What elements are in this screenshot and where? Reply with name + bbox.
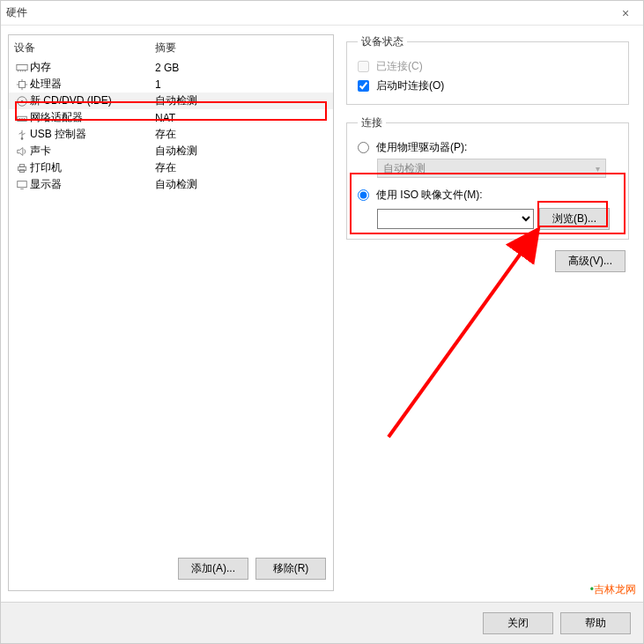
- window-title: 硬件: [6, 5, 27, 20]
- svg-rect-18: [19, 164, 24, 167]
- col-header-device: 设备: [14, 41, 155, 56]
- device-row[interactable]: 显示器自动检测: [9, 176, 333, 193]
- device-row[interactable]: USB 控制器存在: [9, 126, 333, 143]
- network-icon: [14, 112, 30, 124]
- device-row[interactable]: 网络适配器NAT: [9, 109, 333, 126]
- device-summary: 2 GB: [155, 62, 328, 74]
- device-name: 声卡: [30, 144, 155, 159]
- device-row[interactable]: 内存2 GB: [9, 59, 333, 76]
- connected-checkbox: [358, 61, 369, 72]
- device-name: 网络适配器: [30, 110, 155, 125]
- use-physical-radio[interactable]: [358, 142, 369, 153]
- device-name: 新 CD/DVD (IDE): [30, 93, 155, 108]
- device-summary: 存在: [155, 160, 328, 175]
- browse-button[interactable]: 浏览(B)...: [539, 208, 610, 230]
- connection-group: 连接 使用物理驱动器(P): 自动检测 使用 ISO 映像文件(M): 浏览(B…: [346, 115, 629, 240]
- connected-checkbox-row[interactable]: 已连接(C): [358, 56, 618, 76]
- device-summary: 自动检测: [155, 177, 328, 192]
- svg-rect-20: [18, 181, 27, 187]
- device-summary: 1: [155, 78, 328, 91]
- svg-point-14: [21, 118, 23, 120]
- device-row[interactable]: 处理器1: [9, 76, 333, 93]
- device-name: 处理器: [30, 77, 155, 92]
- disc-icon: [14, 95, 30, 107]
- svg-rect-0: [17, 64, 27, 70]
- device-row[interactable]: 打印机存在: [9, 159, 333, 176]
- device-summary: 自动检测: [155, 144, 328, 159]
- physical-drive-combo: 自动检测: [377, 159, 606, 178]
- svg-point-11: [21, 100, 24, 102]
- use-iso-radio-row[interactable]: 使用 ISO 映像文件(M):: [358, 185, 618, 204]
- iso-path-combo[interactable]: [377, 209, 534, 229]
- device-row[interactable]: 新 CD/DVD (IDE)自动检测: [9, 93, 333, 109]
- col-header-summary: 摘要: [155, 41, 328, 56]
- device-summary: 存在: [155, 127, 328, 142]
- help-button[interactable]: 帮助: [560, 612, 631, 634]
- remove-button[interactable]: 移除(R): [255, 558, 326, 580]
- add-button[interactable]: 添加(A)...: [178, 558, 248, 580]
- connect-on-power-label: 启动时连接(O): [376, 78, 444, 93]
- printer-icon: [14, 162, 30, 174]
- use-iso-radio[interactable]: [358, 189, 369, 201]
- device-name: 显示器: [30, 177, 155, 192]
- use-physical-label: 使用物理驱动器(P):: [376, 140, 467, 155]
- title-bar: 硬件 ×: [1, 1, 643, 26]
- column-headers: 设备 摘要: [9, 35, 333, 59]
- svg-point-16: [21, 137, 24, 140]
- connect-on-power-checkbox[interactable]: [358, 80, 369, 92]
- display-icon: [14, 179, 30, 191]
- svg-rect-5: [19, 81, 26, 87]
- use-physical-radio-row[interactable]: 使用物理驱动器(P):: [358, 137, 618, 157]
- dialog-footer: 关闭 帮助: [1, 602, 643, 643]
- device-summary: NAT: [155, 112, 328, 124]
- advanced-button[interactable]: 高级(V)...: [555, 250, 625, 272]
- device-summary: 自动检测: [155, 93, 328, 108]
- device-list[interactable]: 内存2 GB处理器1新 CD/DVD (IDE)自动检测网络适配器NATUSB …: [9, 59, 333, 549]
- device-name: 打印机: [30, 160, 155, 175]
- usb-icon: [14, 129, 30, 141]
- cpu-icon: [14, 78, 30, 91]
- device-name: USB 控制器: [30, 127, 155, 142]
- sound-icon: [14, 145, 30, 158]
- svg-point-13: [19, 118, 21, 120]
- connect-on-power-row[interactable]: 启动时连接(O): [358, 76, 618, 95]
- device-name: 内存: [30, 60, 155, 75]
- close-button[interactable]: 关闭: [483, 612, 553, 634]
- connection-legend: 连接: [358, 115, 386, 130]
- device-list-panel: 设备 摘要 内存2 GB处理器1新 CD/DVD (IDE)自动检测网络适配器N…: [8, 34, 334, 591]
- memory-icon: [14, 62, 30, 74]
- device-status-legend: 设备状态: [358, 34, 407, 49]
- close-icon[interactable]: ×: [613, 6, 638, 20]
- svg-point-15: [24, 118, 26, 120]
- settings-panel: 设备状态 已连接(C) 启动时连接(O) 连接 使用物理驱动器(P): 自动检测: [334, 34, 636, 591]
- device-row[interactable]: 声卡自动检测: [9, 143, 333, 159]
- device-status-group: 设备状态 已连接(C) 启动时连接(O): [346, 34, 629, 105]
- connected-label: 已连接(C): [376, 59, 423, 74]
- use-iso-label: 使用 ISO 映像文件(M):: [376, 188, 483, 203]
